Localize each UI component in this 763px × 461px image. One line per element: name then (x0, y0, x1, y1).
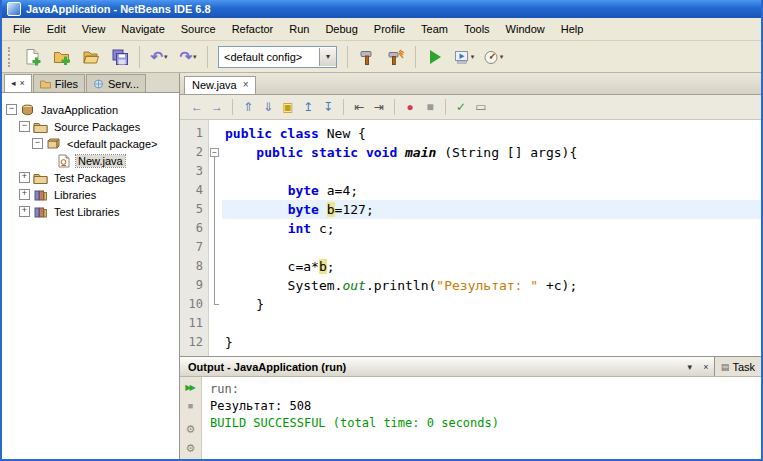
minimize-group-icon[interactable]: ◂ (11, 79, 16, 88)
code-line-12[interactable]: } (222, 333, 761, 352)
code-line-6[interactable]: int c; (222, 219, 761, 238)
fold-column[interactable]: − (209, 120, 222, 356)
tab-projects[interactable]: ◂ × (4, 74, 32, 92)
editor-gutter[interactable]: 123456789101112 (180, 120, 209, 356)
fold-toggle-icon[interactable]: − (209, 143, 222, 162)
open-project-button[interactable] (77, 43, 105, 71)
menu-debug[interactable]: Debug (317, 18, 365, 40)
line-number[interactable]: 1 (180, 124, 208, 143)
close-icon[interactable]: × (243, 80, 249, 90)
redo-button[interactable]: ↷ ▾ (174, 43, 202, 71)
save-all-button[interactable] (106, 43, 134, 71)
debug-project-button[interactable]: ▾ (450, 43, 478, 71)
chevron-down-icon: ▾ (164, 53, 168, 61)
line-number[interactable]: 2 (180, 143, 208, 162)
line-number[interactable]: 7 (180, 238, 208, 257)
next-bookmark-icon[interactable]: ↧ (319, 98, 337, 116)
config-combobox[interactable]: <default config> ▾ (218, 46, 337, 68)
code-line-11[interactable] (222, 314, 761, 333)
tree-item-javaapplication[interactable]: −JavaApplication (2, 101, 179, 118)
output-text[interactable]: run:Результат: 508BUILD SUCCESSFUL (tota… (202, 377, 761, 459)
code-line-9[interactable]: System.out.println("Результат: " +c); (222, 276, 761, 295)
line-number[interactable]: 11 (180, 314, 208, 333)
tree-item-test-libraries[interactable]: +Test Libraries (2, 203, 179, 220)
undo-button[interactable]: ↶ ▾ (145, 43, 173, 71)
forward-icon[interactable]: → (208, 98, 226, 116)
uncomment-icon[interactable]: ▭ (472, 98, 490, 116)
menu-view[interactable]: View (74, 18, 114, 40)
menu-file[interactable]: File (5, 18, 39, 40)
tree-item-default-package[interactable]: −<default package> (2, 135, 179, 152)
editor-body[interactable]: 123456789101112 − public class New { pub… (180, 120, 761, 356)
tree-item-test-packages[interactable]: +Test Packages (2, 169, 179, 186)
menu-help[interactable]: Help (553, 18, 592, 40)
line-number[interactable]: 3 (180, 162, 208, 181)
line-number[interactable]: 5 (180, 200, 208, 219)
tab-services[interactable]: Serv... (86, 74, 146, 92)
code-line-5[interactable]: byte b=127; (222, 200, 761, 219)
expand-icon[interactable]: + (19, 189, 30, 200)
menu-tools[interactable]: Tools (456, 18, 498, 40)
expand-icon[interactable]: + (19, 172, 30, 183)
collapse-icon[interactable]: − (19, 121, 30, 132)
code-area[interactable]: public class New { public static void ma… (222, 120, 761, 356)
editor-tab-new-java[interactable]: New.java × (184, 76, 256, 94)
toolbar-grip[interactable] (8, 47, 15, 67)
find-next-icon[interactable]: ⇓ (259, 98, 277, 116)
tab-tasks[interactable]: ▤ Task (714, 357, 761, 376)
rerun-button[interactable]: ▶▶ (182, 381, 199, 395)
close-group-icon[interactable]: × (20, 79, 25, 88)
code-line-7[interactable] (222, 238, 761, 257)
tab-files[interactable]: Files (33, 74, 85, 92)
new-project-button[interactable] (48, 43, 76, 71)
code-line-3[interactable] (222, 162, 761, 181)
menu-refactor[interactable]: Refactor (224, 18, 282, 40)
new-file-button[interactable] (19, 43, 47, 71)
code-token: byte (288, 202, 319, 217)
line-number[interactable]: 6 (180, 219, 208, 238)
collapse-icon[interactable]: − (32, 138, 43, 149)
output-options-button[interactable]: ⚙ (182, 442, 199, 456)
float-window-icon[interactable]: ▾ (682, 362, 698, 372)
tree-item-new-java[interactable]: New.java (2, 152, 179, 169)
back-icon[interactable]: ← (188, 98, 206, 116)
ant-settings-button[interactable]: ⚙ (182, 423, 199, 437)
find-previous-icon[interactable]: ⇑ (239, 98, 257, 116)
menu-window[interactable]: Window (498, 18, 553, 40)
chevron-down-icon[interactable]: ▾ (319, 48, 336, 66)
tree-item-libraries[interactable]: +Libraries (2, 186, 179, 203)
line-number[interactable]: 12 (180, 333, 208, 352)
toggle-highlight-icon[interactable]: ▣ (279, 98, 297, 116)
stop-build-button[interactable]: ■ (182, 400, 199, 414)
shift-left-icon[interactable]: ⇤ (350, 98, 368, 116)
record-macro-icon[interactable]: ● (401, 98, 419, 116)
code-line-8[interactable]: c=a*b; (222, 257, 761, 276)
menu-profile[interactable]: Profile (366, 18, 413, 40)
code-line-4[interactable]: byte a=4; (222, 181, 761, 200)
code-line-10[interactable]: } (222, 295, 761, 314)
build-project-button[interactable] (353, 43, 381, 71)
line-number[interactable]: 4 (180, 181, 208, 200)
profile-project-button[interactable]: ▾ (479, 43, 507, 71)
line-number[interactable]: 10 (180, 295, 208, 314)
line-number[interactable]: 9 (180, 276, 208, 295)
code-line-1[interactable]: public class New { (222, 124, 761, 143)
stop-macro-icon[interactable]: ■ (421, 98, 439, 116)
tree-item-source-packages[interactable]: −Source Packages (2, 118, 179, 135)
previous-bookmark-icon[interactable]: ↥ (299, 98, 317, 116)
expand-icon[interactable]: + (19, 206, 30, 217)
run-project-button[interactable] (421, 43, 449, 71)
menu-edit[interactable]: Edit (39, 18, 74, 40)
comment-icon[interactable]: ✓ (452, 98, 470, 116)
menu-run[interactable]: Run (281, 18, 317, 40)
close-output-icon[interactable]: × (698, 362, 714, 372)
menu-navigate[interactable]: Navigate (113, 18, 172, 40)
shift-right-icon[interactable]: ⇥ (370, 98, 388, 116)
clean-build-project-button[interactable] (382, 43, 410, 71)
menu-source[interactable]: Source (173, 18, 224, 40)
collapse-icon[interactable]: − (6, 104, 17, 115)
tree-item-label: Test Packages (52, 172, 128, 184)
line-number[interactable]: 8 (180, 257, 208, 276)
menu-team[interactable]: Team (413, 18, 456, 40)
code-line-2[interactable]: public static void main (String [] args)… (222, 143, 761, 162)
